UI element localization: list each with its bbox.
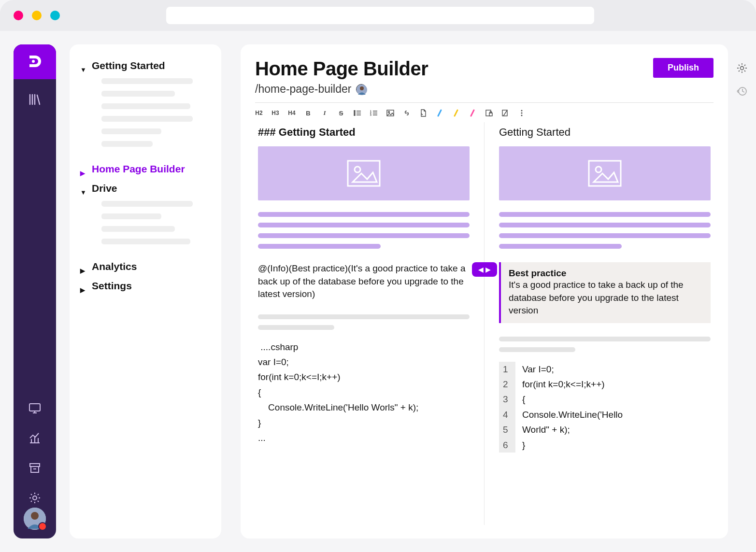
code-markdown: ....csharp var I=0; for(int k=0;k<=I;k++…	[258, 340, 470, 445]
tree-item-home-page-builder[interactable]: Home Page Builder	[78, 159, 213, 179]
window-minimize[interactable]	[32, 11, 42, 20]
tree-item-drive[interactable]: Drive	[78, 179, 213, 198]
chevron-left-icon: ◀	[478, 266, 484, 273]
page-slug-row: /home-page-builder	[255, 83, 713, 96]
window-close[interactable]	[14, 11, 23, 20]
library-icon[interactable]	[25, 90, 44, 109]
split-drag-handle[interactable]: ◀ ▶	[472, 262, 497, 277]
publish-button[interactable]: Publish	[653, 58, 713, 78]
toolbar-file-icon[interactable]	[419, 109, 427, 117]
svg-point-9	[354, 113, 355, 113]
window-controls	[14, 11, 60, 20]
toolbar-lock-icon[interactable]	[485, 109, 493, 117]
settings-gear-icon[interactable]	[736, 62, 748, 74]
rendered-preview-pane: Getting Started Best practice It's a goo…	[485, 122, 713, 525]
toolbar-unlock-icon[interactable]	[501, 109, 509, 117]
svg-point-10	[354, 114, 355, 115]
svg-point-15	[388, 112, 390, 113]
url-bar[interactable]	[166, 7, 594, 24]
svg-point-23	[355, 167, 360, 172]
history-icon[interactable]	[736, 85, 748, 98]
caret-right-icon	[80, 283, 86, 289]
callout-rendered: Best practice It's a good practice to ta…	[499, 262, 711, 323]
md-heading: ### Getting Started	[258, 126, 470, 139]
toolbar-bullet-list-icon[interactable]	[354, 109, 361, 117]
tree-label: Settings	[92, 280, 132, 292]
svg-point-21	[521, 115, 523, 116]
author-avatar[interactable]	[356, 84, 367, 95]
svg-point-5	[31, 512, 39, 520]
window-chrome	[0, 0, 756, 31]
toolbar-h4[interactable]: H4	[288, 109, 296, 117]
tree-item-getting-started[interactable]: Getting Started	[78, 56, 213, 75]
placeholder-lines	[258, 212, 470, 249]
archive-icon[interactable]	[25, 458, 44, 478]
main-panel: Home Page Builder Publish /home-page-bui…	[241, 44, 728, 538]
image-placeholder	[499, 146, 711, 200]
toolbar-h3[interactable]: H3	[271, 109, 279, 117]
placeholder-lines	[499, 212, 711, 249]
editor-toolbar: H2 H3 H4 B I S 123	[255, 107, 713, 122]
tree-label: Getting Started	[92, 60, 165, 71]
nav-tree: Getting Started Home Page Builder Drive …	[70, 44, 221, 538]
svg-point-20	[521, 113, 523, 114]
svg-text:3: 3	[370, 113, 371, 116]
chevron-right-icon: ▶	[485, 266, 491, 273]
placeholder-lines	[499, 337, 711, 352]
toolbar-image-icon[interactable]	[386, 109, 394, 117]
monitor-icon[interactable]	[25, 398, 44, 418]
svg-point-7	[360, 86, 364, 90]
toolbar-strike[interactable]: S	[337, 109, 345, 117]
toolbar-h2[interactable]: H2	[255, 109, 263, 117]
app-rail	[14, 44, 56, 538]
toolbar-more-icon[interactable]	[518, 109, 526, 117]
tree-label: Home Page Builder	[92, 163, 185, 175]
app-logo[interactable]	[14, 44, 56, 79]
page-title: Home Page Builder	[255, 58, 428, 80]
code-rendered: 1Var I=0; 2for(int k=0;k<=I;k++) 3{ 4 Co…	[499, 362, 711, 453]
caret-right-icon	[80, 166, 86, 172]
tree-label: Analytics	[92, 261, 137, 272]
callout-body: It's a good practice to take a back up o…	[509, 279, 703, 317]
rendered-heading: Getting Started	[499, 126, 711, 139]
svg-rect-0	[29, 404, 40, 411]
divider	[255, 102, 713, 103]
markdown-source-pane[interactable]: ### Getting Started @(Info)(Best practic…	[255, 122, 485, 525]
toolbar-italic[interactable]: I	[321, 109, 328, 117]
caret-right-icon	[80, 264, 86, 269]
callout-title: Best practice	[509, 268, 703, 279]
svg-rect-17	[489, 113, 492, 116]
window-maximize[interactable]	[50, 11, 60, 20]
toolbar-link-icon[interactable]	[403, 109, 411, 117]
svg-point-26	[596, 167, 601, 172]
tree-label: Drive	[92, 183, 117, 194]
toolbar-highlight-pink-icon[interactable]	[469, 109, 476, 117]
toolbar-highlight-blue-icon[interactable]	[436, 109, 443, 117]
toolbar-bold[interactable]: B	[304, 109, 312, 117]
caret-down-icon	[80, 63, 86, 69]
placeholder-lines	[78, 75, 213, 159]
page-slug: /home-page-builder	[255, 83, 351, 96]
svg-marker-27	[594, 172, 618, 182]
svg-point-28	[741, 67, 744, 70]
gear-icon[interactable]	[25, 488, 44, 508]
placeholder-lines	[78, 198, 213, 257]
tree-item-settings[interactable]: Settings	[78, 276, 213, 296]
svg-point-3	[33, 496, 37, 500]
toolbar-highlight-yellow-icon[interactable]	[452, 109, 460, 117]
toolbar-ordered-list-icon[interactable]: 123	[370, 109, 378, 117]
callout-markdown: @(Info)(Best practice)(It's a good pract…	[258, 262, 470, 301]
image-placeholder	[258, 146, 470, 200]
user-avatar[interactable]	[24, 508, 46, 530]
svg-marker-24	[353, 172, 377, 182]
chart-icon[interactable]	[25, 428, 44, 448]
svg-point-8	[354, 111, 355, 112]
right-rail	[728, 44, 756, 538]
caret-down-icon	[80, 185, 86, 191]
placeholder-lines	[258, 314, 470, 330]
svg-point-19	[521, 110, 523, 112]
tree-item-analytics[interactable]: Analytics	[78, 257, 213, 276]
